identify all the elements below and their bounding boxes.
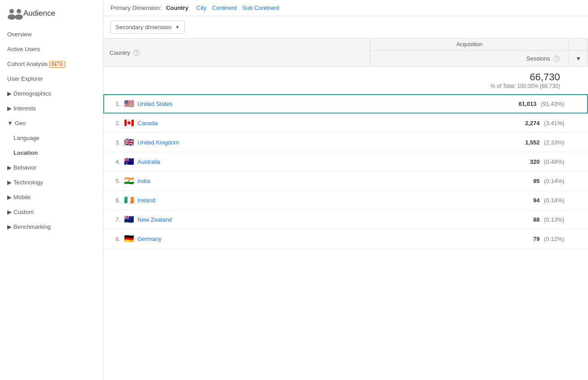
total-pct-value: % of Total: 100.00% (66,730) [376, 83, 560, 89]
sessions-value: 320 [530, 158, 540, 165]
sidebar-item-user-explorer[interactable]: User Explorer [0, 71, 103, 86]
sidebar-item-label: Demographics [13, 90, 51, 97]
secondary-dimension-bar: Secondary dimension ▼ [103, 16, 588, 39]
sessions-pct: (3.41%) [544, 120, 565, 127]
flag-icon: 🇨🇦 [124, 118, 134, 128]
country-link[interactable]: New Zealand [137, 216, 172, 223]
audience-icon [7, 7, 23, 20]
primary-dim-link-city[interactable]: City [196, 4, 206, 11]
sidebar-item-label: Custom [13, 209, 34, 215]
sessions-pct: (0.13%) [544, 216, 565, 223]
sessions-cell: 95 (0.14%) [370, 171, 569, 191]
sessions-pct: (0.14%) [544, 197, 565, 204]
primary-dim-active: Country [166, 4, 188, 11]
sidebar-item-interests[interactable]: ▶Interests [0, 101, 103, 116]
sidebar-item-language[interactable]: Language [0, 131, 103, 145]
svg-point-1 [17, 9, 21, 13]
sidebar-item-custom[interactable]: ▶Custom [0, 205, 103, 219]
rank-cell: 3. [110, 139, 120, 146]
rank-cell: 8. [110, 236, 120, 242]
sidebar-item-overview[interactable]: Overview [0, 27, 103, 42]
sidebar-item-geo[interactable]: ▼Geo [0, 116, 103, 131]
sidebar-item-demographics[interactable]: ▶Demographics [0, 86, 103, 101]
sessions-cell: 61,013 (91.43%) [370, 94, 569, 114]
arrow-right-icon: ▶ [7, 194, 12, 201]
primary-dim-link-continent[interactable]: Continent [212, 4, 237, 11]
primary-dim-label: Primary Dimension: [111, 4, 161, 11]
flag-icon: 🇺🇸 [124, 99, 134, 109]
table-row: 1. 🇺🇸 United States 61,013 (91.43%) [103, 94, 588, 114]
table-row: 8. 🇩🇪 Germany 79 (0.12%) [103, 229, 588, 249]
country-help-icon: ? [133, 50, 140, 56]
col-country-header: Country ? [103, 39, 370, 67]
arrow-right-icon: ▶ [7, 223, 12, 230]
sessions-cell: 94 (0.14%) [370, 191, 569, 210]
country-link[interactable]: Ireland [137, 197, 155, 204]
arrow-right-icon: ▶ [7, 105, 12, 112]
country-link[interactable]: Australia [137, 158, 160, 165]
sidebar-item-label: Cohort Analysis [7, 61, 48, 67]
sessions-value: 88 [533, 216, 539, 223]
sidebar-item-technology[interactable]: ▶Technology [0, 175, 103, 190]
sidebar-item-mobile[interactable]: ▶Mobile [0, 190, 103, 205]
sessions-cell: 79 (0.12%) [370, 229, 569, 249]
arrow-right-icon: ▶ [7, 179, 12, 186]
sessions-value: 61,013 [518, 100, 536, 107]
table-row: 7. 🇳🇿 New Zealand 88 (0.13%) [103, 210, 588, 229]
country-link[interactable]: India [137, 178, 150, 184]
sidebar-item-label: Behavior [13, 164, 36, 171]
sidebar-item-active-users[interactable]: Active Users [0, 42, 103, 57]
sidebar-item-label: Geo [15, 120, 26, 127]
sessions-value: 2,274 [525, 120, 540, 127]
flag-icon: 🇩🇪 [124, 234, 134, 244]
sessions-pct: (2.33%) [544, 139, 565, 146]
table-row: 3. 🇬🇧 United Kingdom 1,552 (2.33%) [103, 133, 588, 152]
sort-arrow-header[interactable]: ▼ [569, 51, 588, 67]
sidebar-item-location[interactable]: Location [0, 145, 103, 160]
sessions-pct: (0.48%) [544, 158, 565, 165]
sidebar-item-label: Benchmarking [13, 223, 51, 230]
sidebar-item-cohort-analysis[interactable]: Cohort AnalysisBETA [0, 57, 103, 71]
sort-col-header [569, 39, 588, 51]
beta-badge: BETA [49, 61, 65, 68]
secondary-dimension-label: Secondary dimension [115, 24, 172, 31]
chevron-down-icon: ▼ [175, 25, 180, 30]
country-link[interactable]: Germany [137, 236, 161, 242]
sidebar: Audience OverviewActive UsersCohort Anal… [0, 0, 103, 380]
sessions-pct: (91.43%) [541, 100, 565, 107]
sidebar-item-label: Technology [13, 179, 43, 186]
sidebar-title: Audience [23, 9, 55, 18]
country-link[interactable]: United Kingdom [137, 139, 179, 146]
country-link[interactable]: Canada [137, 120, 158, 127]
secondary-dimension-dropdown[interactable]: Secondary dimension ▼ [111, 21, 185, 34]
col-sessions-header: Sessions ? [370, 51, 569, 67]
sidebar-item-label: Mobile [13, 194, 31, 201]
arrow-down-icon: ▼ [7, 120, 13, 127]
data-table-container: Country ? Acquisition Sessions ? ▼ [103, 39, 588, 380]
sidebar-item-label: Location [13, 149, 38, 156]
rank-cell: 7. [110, 216, 120, 223]
sessions-value: 94 [533, 197, 539, 204]
rank-cell: 6. [110, 197, 120, 204]
rank-cell: 5. [110, 178, 120, 184]
sidebar-item-label: Active Users [7, 46, 40, 52]
country-link[interactable]: United States [137, 100, 172, 107]
arrow-right-icon: ▶ [7, 209, 12, 215]
primary-dim-links: CityContinentSub Continent [191, 4, 279, 11]
svg-point-0 [9, 9, 14, 13]
sessions-cell: 88 (0.13%) [370, 210, 569, 229]
sessions-cell: 320 (0.48%) [370, 152, 569, 171]
primary-dim-link-sub-continent[interactable]: Sub Continent [242, 4, 279, 11]
sidebar-item-benchmarking[interactable]: ▶Benchmarking [0, 219, 103, 234]
sessions-value: 79 [533, 236, 539, 242]
sessions-value: 1,552 [525, 139, 540, 146]
flag-icon: 🇮🇪 [124, 195, 134, 205]
table-row: 6. 🇮🇪 Ireland 94 (0.14%) [103, 191, 588, 210]
sort-desc-icon: ▼ [575, 55, 581, 62]
sidebar-item-label: Interests [13, 105, 36, 112]
rank-cell: 2. [110, 120, 120, 127]
total-label-cell [103, 67, 370, 94]
sidebar-item-behavior[interactable]: ▶Behavior [0, 160, 103, 175]
data-table: Country ? Acquisition Sessions ? ▼ [103, 39, 588, 249]
acquisition-group-header: Acquisition [370, 39, 569, 51]
